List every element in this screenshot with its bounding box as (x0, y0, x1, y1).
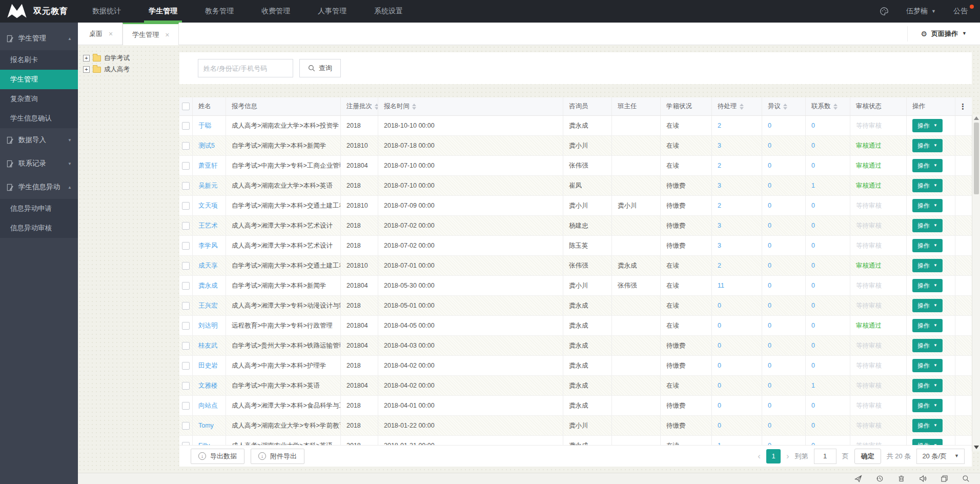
contacts-count-link[interactable]: 1 (811, 182, 815, 189)
dispute-count-link[interactable]: 0 (768, 382, 771, 389)
vertical-scrollbar[interactable] (972, 115, 980, 451)
pending-count-link[interactable]: 11 (718, 282, 724, 289)
row-checkbox[interactable] (182, 382, 190, 390)
current-page-button[interactable]: 1 (766, 449, 781, 463)
dispute-count-link[interactable]: 0 (768, 262, 771, 269)
pending-count-link[interactable]: 2 (718, 262, 721, 269)
row-checkbox[interactable] (182, 442, 190, 446)
student-name-link[interactable]: 王兴宏 (198, 301, 218, 310)
pending-count-link[interactable]: 2 (718, 162, 721, 169)
student-name-link[interactable]: 文雅楼 (198, 381, 218, 390)
dispute-count-link[interactable]: 0 (768, 322, 771, 329)
row-actions-button[interactable]: 操作 ▼ (912, 279, 943, 292)
sort-icon[interactable] (375, 104, 378, 110)
pending-count-link[interactable]: 3 (718, 242, 721, 249)
column-header[interactable]: 操作 (907, 97, 955, 115)
nav-item[interactable]: 数据统计 (78, 0, 135, 23)
speaker-icon[interactable] (919, 475, 927, 482)
dispute-count-link[interactable]: 0 (768, 362, 771, 369)
sort-icon[interactable] (740, 104, 744, 110)
row-actions-button[interactable]: 操作 ▼ (912, 139, 943, 152)
contacts-count-link[interactable]: 0 (811, 282, 815, 289)
sidebar-item[interactable]: 学生管理 (0, 70, 78, 89)
row-actions-button[interactable]: 操作 ▼ (912, 219, 943, 232)
sidebar-item[interactable]: 数据导入 ▼ (0, 128, 78, 152)
prev-page-icon[interactable]: ‹ (758, 452, 761, 460)
student-name-link[interactable]: 李学风 (198, 241, 218, 250)
row-actions-button[interactable]: 操作 ▼ (912, 419, 943, 432)
export-attachments-button[interactable]: ↓ 附件导出 (251, 449, 304, 464)
row-checkbox[interactable] (182, 162, 190, 170)
student-name-link[interactable]: 成天享 (198, 261, 218, 270)
dispute-count-link[interactable]: 0 (768, 202, 771, 209)
pending-count-link[interactable]: 0 (718, 422, 721, 429)
sidebar-item[interactable]: 信息异动申请 (0, 199, 78, 218)
pending-count-link[interactable]: 0 (718, 342, 721, 349)
column-header[interactable]: 报名时间 (378, 97, 563, 115)
column-header[interactable]: 审核状态 (850, 97, 907, 115)
student-name-link[interactable]: 萧亚轩 (198, 162, 218, 170)
nav-item[interactable]: 学生管理 (135, 0, 191, 23)
page-actions-button[interactable]: ⚙ 页面操作 ▼ (907, 26, 980, 42)
row-actions-button[interactable]: 操作 ▼ (912, 299, 943, 312)
contacts-count-link[interactable]: 0 (811, 142, 815, 149)
sidebar-item[interactable]: 联系记录 ▼ (0, 152, 78, 175)
theme-palette-icon[interactable] (880, 7, 889, 16)
dispute-count-link[interactable]: 0 (768, 302, 771, 309)
export-data-button[interactable]: ↓ 导出数据 (191, 449, 244, 464)
sort-icon[interactable] (412, 104, 416, 110)
pending-count-link[interactable]: 3 (718, 182, 721, 189)
pending-count-link[interactable]: 0 (718, 302, 721, 309)
row-checkbox[interactable] (182, 302, 190, 310)
row-actions-button[interactable]: 操作 ▼ (912, 239, 943, 252)
row-checkbox[interactable] (182, 202, 190, 210)
column-header[interactable]: 班主任 (612, 97, 661, 115)
history-icon[interactable] (876, 475, 884, 482)
column-header[interactable]: 报考信息 (226, 97, 341, 115)
pending-count-link[interactable]: 2 (718, 122, 721, 129)
tab-close-icon[interactable]: × (165, 31, 169, 38)
student-name-link[interactable]: 刘达明 (198, 321, 218, 330)
row-checkbox[interactable] (182, 182, 190, 190)
dispute-count-link[interactable]: 0 (768, 142, 771, 149)
row-checkbox[interactable] (182, 142, 190, 150)
user-menu[interactable]: 伍梦楠 ▼ (906, 7, 936, 16)
row-actions-button[interactable]: 操作 ▼ (912, 119, 943, 132)
dispute-count-link[interactable]: 0 (768, 162, 771, 169)
contacts-count-link[interactable]: 0 (811, 402, 815, 409)
row-checkbox[interactable] (182, 322, 190, 330)
row-actions-button[interactable]: 操作 ▼ (912, 319, 943, 332)
row-checkbox[interactable] (182, 362, 190, 370)
dispute-count-link[interactable]: 0 (768, 242, 771, 249)
search-button[interactable]: 查询 (299, 59, 341, 77)
page-jump-input[interactable] (814, 449, 836, 464)
column-header[interactable]: 姓名 (193, 97, 226, 115)
dispute-count-link[interactable]: 0 (768, 282, 771, 289)
student-name-link[interactable]: 向站点 (198, 401, 218, 410)
row-actions-button[interactable]: 操作 ▼ (912, 339, 943, 352)
row-checkbox[interactable] (182, 222, 190, 230)
row-actions-button[interactable]: 操作 ▼ (912, 159, 943, 172)
page-size-select[interactable]: 20 条/页 ▼ (916, 449, 965, 464)
contacts-count-link[interactable]: 1 (811, 382, 815, 389)
pending-count-link[interactable]: 1 (718, 442, 721, 445)
sidebar-item[interactable]: 复杂查询 (0, 89, 78, 109)
row-checkbox[interactable] (182, 282, 190, 290)
contacts-count-link[interactable]: 0 (811, 442, 815, 445)
scroll-down-icon[interactable] (974, 446, 979, 449)
row-checkbox[interactable] (182, 402, 190, 410)
column-header[interactable]: 学籍状况 (661, 97, 712, 115)
trash-icon[interactable] (897, 475, 905, 482)
contacts-count-link[interactable]: 0 (811, 122, 815, 129)
contacts-count-link[interactable]: 0 (811, 302, 815, 309)
row-checkbox[interactable] (182, 242, 190, 250)
contacts-count-link[interactable]: 0 (811, 222, 815, 229)
contacts-count-link[interactable]: 0 (811, 422, 815, 429)
contacts-count-link[interactable]: 0 (811, 262, 815, 269)
announcements-link[interactable]: 公告 (953, 7, 968, 16)
nav-item[interactable]: 系统设置 (360, 0, 417, 23)
dispute-count-link[interactable]: 0 (768, 402, 771, 409)
row-actions-button[interactable]: 操作 ▼ (912, 439, 943, 445)
tab[interactable]: 桌面 × (80, 23, 122, 45)
dispute-count-link[interactable]: 0 (768, 342, 771, 349)
